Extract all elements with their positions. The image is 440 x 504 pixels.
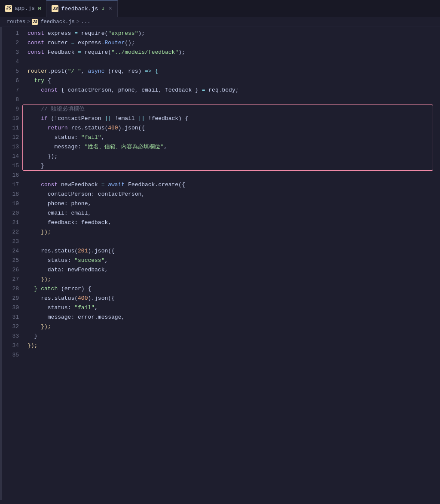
line-number-4: 4 xyxy=(9,57,19,67)
tab-icon-app-js: JS xyxy=(5,5,12,12)
line-number-32: 32 xyxy=(9,322,19,332)
breadcrumb-filename: feedback.js xyxy=(40,19,74,25)
code-line-7: const { contactPerson, phone, email, fee… xyxy=(28,86,440,95)
code-line-29: res.status(400).json({ xyxy=(28,294,440,303)
code-line-12: status: "fail", xyxy=(28,133,440,142)
code-line-30: status: "fail", xyxy=(28,303,440,313)
code-line-17: const newFeedback = await Feedback.creat… xyxy=(28,180,440,190)
line-number-23: 23 xyxy=(9,237,19,246)
code-line-5: router.post("/ ", async (req, res) => { xyxy=(28,67,440,76)
code-line-27: }); xyxy=(28,275,440,284)
code-line-20: email: email, xyxy=(28,209,440,218)
tab-icon-feedback-js: JS xyxy=(52,5,58,12)
line-number-34: 34 xyxy=(9,341,19,350)
breadcrumb: routes > JS feedback.js > ... xyxy=(0,17,440,27)
line-number-16: 16 xyxy=(9,171,19,180)
tab-app-js[interactable]: JS app.js M xyxy=(0,0,46,17)
line-number-12: 12 xyxy=(9,133,19,142)
line-number-22: 22 xyxy=(9,227,19,237)
code-line-16 xyxy=(28,171,440,180)
code-line-28: } catch (error) { xyxy=(28,284,440,294)
line-number-19: 19 xyxy=(9,199,19,209)
tab-bar: JS app.js M JS feedback.js U × xyxy=(0,0,440,17)
code-line-9: // 驗證必填欄位 xyxy=(28,104,440,114)
breadcrumb-sep2: > xyxy=(76,19,79,25)
line-number-27: 27 xyxy=(9,275,19,284)
code-line-22: }); xyxy=(28,227,440,237)
code-line-6: try { xyxy=(28,76,440,86)
line-number-15: 15 xyxy=(9,161,19,171)
code-line-11: return res.status(400).json({ xyxy=(28,123,440,133)
line-number-11: 11 xyxy=(9,123,19,133)
code-line-10: if (!contactPerson || !email || !feedbac… xyxy=(28,114,440,123)
breadcrumb-routes: routes xyxy=(7,19,25,25)
code-line-21: feedback: feedback, xyxy=(28,218,440,227)
code-line-32: }); xyxy=(28,322,440,332)
line-number-13: 13 xyxy=(9,142,19,152)
code-line-31: message: error.message, xyxy=(28,313,440,322)
tab-label-app-js: app.js xyxy=(15,5,35,12)
line-number-9: 9 xyxy=(9,104,19,114)
code-line-18: contactPerson: contactPerson, xyxy=(28,190,440,199)
tab-feedback-js[interactable]: JS feedback.js U × xyxy=(46,0,118,17)
code-line-2: const router = express.Router(); xyxy=(28,38,440,48)
code-line-24: res.status(201).json({ xyxy=(28,246,440,256)
line-number-25: 25 xyxy=(9,256,19,265)
code-line-4 xyxy=(28,57,440,67)
line-number-35: 35 xyxy=(9,350,19,360)
code-line-26: data: newFeedback, xyxy=(28,265,440,275)
line-number-29: 29 xyxy=(9,294,19,303)
line-number-10: 10 xyxy=(9,114,19,123)
code-line-8 xyxy=(28,95,440,104)
code-line-1: const express = require("express"); xyxy=(28,29,440,38)
line-number-5: 5 xyxy=(9,67,19,76)
code-editor: 1234567891011121314151617181920212223242… xyxy=(0,27,440,500)
code-content[interactable]: const express = require("express");const… xyxy=(24,27,440,500)
line-number-6: 6 xyxy=(9,76,19,86)
tab-badge-app-js: M xyxy=(38,6,41,11)
code-line-23 xyxy=(28,237,440,246)
line-number-26: 26 xyxy=(9,265,19,275)
line-number-8: 8 xyxy=(9,95,19,104)
code-line-15: } xyxy=(28,161,440,171)
line-number-24: 24 xyxy=(9,246,19,256)
line-number-3: 3 xyxy=(9,48,19,57)
line-number-21: 21 xyxy=(9,218,19,227)
line-number-17: 17 xyxy=(9,180,19,190)
line-number-7: 7 xyxy=(9,86,19,95)
code-line-19: phone: phone, xyxy=(28,199,440,209)
tab-close-feedback-js[interactable]: × xyxy=(109,6,112,12)
line-number-28: 28 xyxy=(9,284,19,294)
line-number-31: 31 xyxy=(9,313,19,322)
tab-label-feedback-js: feedback.js xyxy=(61,6,98,12)
line-number-18: 18 xyxy=(9,190,19,199)
tab-badge-feedback-js: U xyxy=(101,6,104,11)
line-numbers: 1234567891011121314151617181920212223242… xyxy=(2,27,24,500)
code-line-33: } xyxy=(28,332,440,341)
code-line-34: }); xyxy=(28,341,440,350)
code-line-35 xyxy=(28,350,440,360)
code-line-25: status: "success", xyxy=(28,256,440,265)
line-number-1: 1 xyxy=(9,29,19,38)
line-number-33: 33 xyxy=(9,332,19,341)
code-line-14: }); xyxy=(28,152,440,161)
breadcrumb-file-icon: JS xyxy=(32,19,38,25)
code-line-3: const Feedback = require("../models/feed… xyxy=(28,48,440,57)
line-number-14: 14 xyxy=(9,152,19,161)
line-number-2: 2 xyxy=(9,38,19,48)
line-number-30: 30 xyxy=(9,303,19,313)
code-line-13: message: "姓名、信箱、內容為必填欄位", xyxy=(28,142,440,152)
breadcrumb-sep1: > xyxy=(27,19,30,25)
breadcrumb-ellipsis: ... xyxy=(81,19,91,25)
line-number-20: 20 xyxy=(9,209,19,218)
